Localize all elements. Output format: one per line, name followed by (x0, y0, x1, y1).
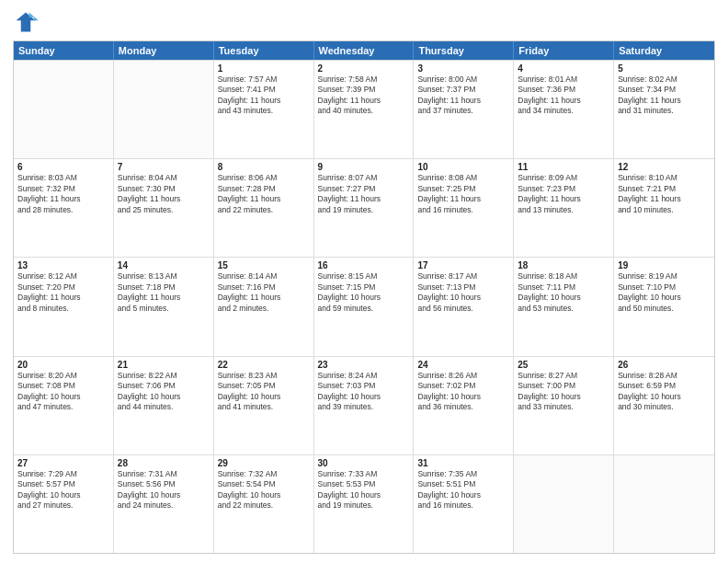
cell-line: Daylight: 11 hours (218, 194, 310, 204)
cell-line: Daylight: 10 hours (17, 392, 109, 402)
cell-line: Sunset: 5:57 PM (17, 479, 109, 489)
cell-line: Daylight: 11 hours (318, 194, 410, 204)
cell-line: Sunrise: 7:33 AM (318, 469, 410, 479)
cell-line: Sunset: 7:30 PM (118, 184, 210, 194)
cell-line: and 47 minutes. (17, 402, 109, 412)
cell-line: Daylight: 11 hours (118, 293, 210, 303)
cell-line: and 44 minutes. (118, 402, 210, 412)
calendar: SundayMondayTuesdayWednesdayThursdayFrid… (13, 40, 715, 554)
cell-line: and 19 minutes. (318, 205, 410, 215)
calendar-header-monday: Monday (114, 41, 214, 60)
day-number: 8 (218, 162, 310, 172)
cell-line: Daylight: 11 hours (518, 194, 609, 204)
cell-line: Sunrise: 8:10 AM (618, 173, 711, 183)
calendar-row-0: 1Sunrise: 7:57 AMSunset: 7:41 PMDaylight… (14, 60, 714, 158)
day-number: 7 (118, 162, 210, 172)
cell-line: and 27 minutes. (17, 500, 109, 511)
cell-line: and 24 minutes. (118, 500, 210, 511)
cell-line: Sunrise: 8:13 AM (118, 271, 210, 282)
calendar-cell-2: 2Sunrise: 7:58 AMSunset: 7:39 PMDaylight… (314, 61, 415, 158)
cell-line: Daylight: 10 hours (518, 392, 609, 402)
cell-line: Sunrise: 7:35 AM (417, 469, 509, 479)
cell-line: Sunrise: 8:07 AM (318, 173, 410, 183)
cell-line: and 16 minutes. (417, 500, 509, 511)
cell-line: and 40 minutes. (318, 106, 410, 116)
day-number: 10 (417, 162, 509, 172)
cell-line: Sunset: 7:03 PM (318, 381, 410, 391)
day-number: 30 (318, 458, 410, 468)
page: SundayMondayTuesdayWednesdayThursdayFrid… (0, 0, 728, 563)
cell-line: Sunset: 7:10 PM (618, 282, 711, 293)
cell-line: Sunset: 7:16 PM (218, 282, 310, 293)
day-number: 25 (518, 360, 609, 370)
calendar-header-wednesday: Wednesday (314, 41, 415, 60)
calendar-cell-13: 13Sunrise: 8:12 AMSunset: 7:20 PMDayligh… (14, 258, 114, 355)
cell-line: Sunset: 7:25 PM (417, 184, 509, 194)
cell-line: and 2 minutes. (218, 304, 310, 314)
calendar-row-4: 27Sunrise: 7:29 AMSunset: 5:57 PMDayligh… (14, 454, 714, 553)
calendar-cell-8: 8Sunrise: 8:06 AMSunset: 7:28 PMDaylight… (214, 159, 314, 257)
cell-line: Sunset: 7:00 PM (518, 381, 609, 391)
calendar-cell-25: 25Sunrise: 8:27 AMSunset: 7:00 PMDayligh… (514, 357, 614, 454)
cell-line: Daylight: 11 hours (417, 96, 509, 106)
calendar-cell-5: 5Sunrise: 8:02 AMSunset: 7:34 PMDaylight… (614, 61, 714, 158)
cell-line: and 50 minutes. (618, 304, 711, 314)
calendar-cell-4: 4Sunrise: 8:01 AMSunset: 7:36 PMDaylight… (514, 61, 614, 158)
calendar-cell-empty-4-6 (614, 455, 714, 553)
calendar-cell-11: 11Sunrise: 8:09 AMSunset: 7:23 PMDayligh… (514, 159, 614, 257)
cell-line: and 25 minutes. (118, 205, 210, 215)
calendar-cell-15: 15Sunrise: 8:14 AMSunset: 7:16 PMDayligh… (214, 258, 314, 355)
calendar-cell-9: 9Sunrise: 8:07 AMSunset: 7:27 PMDaylight… (314, 159, 415, 257)
day-number: 1 (218, 63, 310, 74)
calendar-cell-14: 14Sunrise: 8:13 AMSunset: 7:18 PMDayligh… (114, 258, 214, 355)
day-number: 24 (417, 360, 509, 370)
cell-line: Daylight: 11 hours (618, 194, 711, 204)
cell-line: Daylight: 10 hours (318, 293, 410, 303)
day-number: 21 (118, 360, 210, 370)
calendar-cell-18: 18Sunrise: 8:18 AMSunset: 7:11 PMDayligh… (514, 258, 614, 355)
cell-line: Sunset: 7:23 PM (518, 184, 609, 194)
calendar-cell-21: 21Sunrise: 8:22 AMSunset: 7:06 PMDayligh… (114, 357, 214, 454)
day-number: 27 (17, 458, 109, 468)
calendar-cell-10: 10Sunrise: 8:08 AMSunset: 7:25 PMDayligh… (414, 159, 514, 257)
cell-line: Daylight: 10 hours (417, 392, 509, 402)
cell-line: Daylight: 11 hours (417, 194, 509, 204)
cell-line: Sunset: 7:28 PM (218, 184, 310, 194)
day-number: 11 (518, 162, 609, 172)
calendar-cell-empty-0-1 (114, 61, 214, 158)
calendar-cell-20: 20Sunrise: 8:20 AMSunset: 7:08 PMDayligh… (14, 357, 114, 454)
cell-line: Sunrise: 8:12 AM (17, 271, 109, 282)
cell-line: Sunrise: 7:32 AM (218, 469, 310, 479)
cell-line: Sunset: 5:54 PM (218, 479, 310, 489)
day-number: 2 (318, 63, 410, 74)
cell-line: Daylight: 11 hours (118, 194, 210, 204)
day-number: 23 (318, 360, 410, 370)
svg-marker-0 (17, 13, 36, 32)
cell-line: Sunrise: 8:27 AM (518, 371, 609, 381)
day-number: 14 (118, 260, 210, 270)
cell-line: Daylight: 10 hours (417, 293, 509, 303)
cell-line: Sunrise: 8:28 AM (618, 371, 711, 381)
cell-line: Daylight: 10 hours (318, 392, 410, 402)
day-number: 26 (618, 360, 711, 370)
day-number: 3 (417, 63, 509, 74)
cell-line: Sunset: 7:15 PM (318, 282, 410, 293)
cell-line: Daylight: 10 hours (118, 490, 210, 500)
cell-line: Sunrise: 8:24 AM (318, 371, 410, 381)
cell-line: and 37 minutes. (417, 106, 509, 116)
calendar-cell-19: 19Sunrise: 8:19 AMSunset: 7:10 PMDayligh… (614, 258, 714, 355)
calendar-body: 1Sunrise: 7:57 AMSunset: 7:41 PMDaylight… (14, 60, 714, 553)
day-number: 5 (618, 63, 711, 74)
cell-line: Sunrise: 8:17 AM (417, 271, 509, 282)
cell-line: Sunset: 7:05 PM (218, 381, 310, 391)
calendar-cell-17: 17Sunrise: 8:17 AMSunset: 7:13 PMDayligh… (414, 258, 514, 355)
calendar-cell-12: 12Sunrise: 8:10 AMSunset: 7:21 PMDayligh… (614, 159, 714, 257)
cell-line: and 43 minutes. (218, 106, 310, 116)
cell-line: Sunrise: 8:23 AM (218, 371, 310, 381)
calendar-cell-3: 3Sunrise: 8:00 AMSunset: 7:37 PMDaylight… (414, 61, 514, 158)
calendar-header-saturday: Saturday (614, 41, 714, 60)
cell-line: and 56 minutes. (417, 304, 509, 314)
cell-line: Daylight: 10 hours (218, 490, 310, 500)
cell-line: and 5 minutes. (118, 304, 210, 314)
cell-line: Sunrise: 8:08 AM (417, 173, 509, 183)
